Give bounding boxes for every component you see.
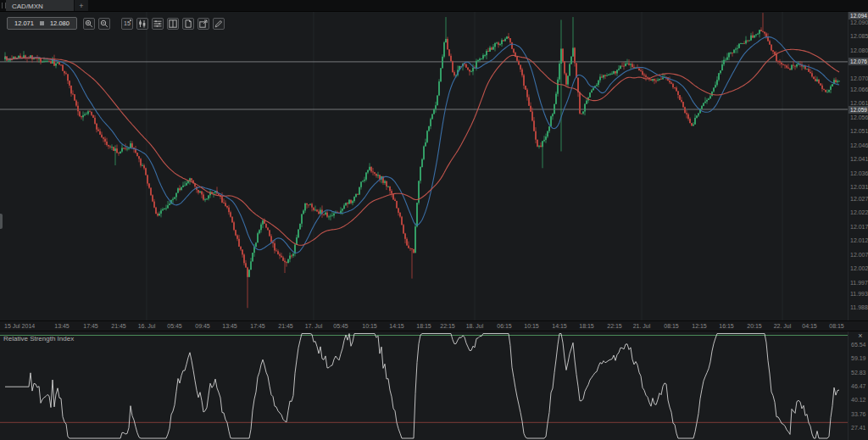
dropdown-caret-icon: [130, 19, 131, 21]
price-tick: 12.066: [850, 86, 868, 93]
time-tick: 10:15: [362, 323, 377, 329]
tab-bar: CAD/MXN +: [0, 0, 868, 12]
rsi-chart-canvas[interactable]: [0, 331, 848, 440]
time-tick: 22:15: [440, 323, 455, 329]
indicators-button[interactable]: [152, 18, 164, 30]
time-tick: 17:45: [250, 323, 265, 329]
price-axis[interactable]: 12.09012.08512.08012.07012.06612.06112.0…: [848, 11, 868, 320]
price-marker: 12.076: [849, 58, 868, 65]
zoom-in-icon: [85, 19, 93, 28]
time-tick: 18. Jul: [466, 323, 484, 329]
zoom-in-button[interactable]: [83, 18, 95, 30]
rsi-tick: 52.83: [851, 370, 866, 376]
time-tick: 17. Jul: [305, 323, 323, 329]
time-tick: 08:15: [829, 323, 844, 329]
time-tick: 15 Jul 2014: [4, 323, 35, 329]
rsi-panel-title: Relative Strength Index: [3, 335, 74, 343]
time-tick: 21:45: [278, 323, 293, 329]
indicators-sliders-icon: [153, 19, 162, 28]
time-tick: 18:15: [579, 323, 594, 329]
price-tick: 11.993: [850, 291, 868, 298]
price-tick: 12.036: [850, 170, 868, 177]
rsi-tick: 40.12: [851, 397, 866, 404]
time-tick: 16. Jul: [138, 323, 156, 329]
price-tick: 12.007: [850, 252, 868, 259]
chart-toolbar: 12.071 12.080 15: [7, 17, 228, 30]
snapshot-page-icon: [184, 19, 192, 28]
rsi-axis[interactable]: 65.5459.1952.8346.4740.1233.7627.41: [848, 331, 868, 440]
time-tick: 17:45: [83, 323, 98, 329]
rsi-tick: 59.19: [851, 355, 866, 362]
time-tick: 12:15: [692, 323, 707, 329]
price-tick: 12.017: [850, 224, 868, 231]
price-chart-canvas[interactable]: [0, 11, 848, 320]
time-tick: 05:45: [333, 323, 348, 329]
rsi-tick: 33.76: [851, 411, 866, 418]
trading-app-window: CAD/MXN + 12.071 12.080 15: [0, 0, 868, 440]
rsi-tick: 27.41: [851, 425, 866, 432]
price-tick: 12.002: [850, 265, 868, 272]
price-tick: 12.022: [850, 209, 868, 216]
time-tick: 16:15: [719, 323, 734, 329]
split-view-icon: [169, 19, 177, 28]
time-tick: 22:15: [607, 323, 622, 329]
price-tick: 12.012: [850, 237, 868, 244]
price-tick: 11.997: [850, 280, 868, 287]
rsi-tick: 65.54: [851, 342, 866, 348]
price-tick: 12.031: [850, 184, 868, 191]
price-tick: 12.080: [850, 47, 868, 54]
price-tick: 12.027: [850, 196, 868, 203]
new-tab-button[interactable]: +: [75, 0, 88, 11]
time-tick: 08:15: [664, 323, 679, 329]
price-tick: 12.056: [850, 114, 868, 121]
time-tick: 04:15: [802, 323, 817, 329]
split-view-button[interactable]: [167, 18, 179, 30]
sell-button[interactable]: 12.071: [12, 19, 36, 28]
time-tick: 09:45: [195, 323, 210, 329]
price-tick: 12.085: [850, 33, 868, 40]
time-axis[interactable]: 15 Jul 201413:4517:4521:4516. Jul05:4509…: [0, 320, 868, 331]
pencil-icon: [214, 19, 223, 28]
time-tick: 14:15: [552, 323, 567, 329]
time-tick: 21. Jul: [633, 323, 651, 329]
price-marker: 12.059: [849, 106, 868, 114]
price-tick: 11.988: [850, 304, 868, 311]
draw-button[interactable]: [213, 18, 225, 30]
tab-cadmxn[interactable]: CAD/MXN: [6, 0, 74, 11]
rsi-close-button[interactable]: ×: [855, 331, 865, 340]
rsi-tick: 46.47: [851, 383, 866, 390]
candlestick-icon: [138, 19, 147, 28]
price-marker: 12.094: [849, 12, 868, 19]
side-panel-handle[interactable]: [0, 214, 3, 229]
timeframe-label: 15: [124, 20, 131, 26]
time-tick: 13:45: [222, 323, 237, 329]
time-tick: 20:15: [747, 323, 762, 329]
time-tick: 22. Jul: [774, 323, 792, 329]
price-tick: 12.070: [850, 75, 868, 82]
price-tick: 12.090: [850, 19, 868, 26]
zoom-out-icon: [100, 19, 108, 28]
popout-icon: [199, 19, 208, 28]
time-tick: 13:45: [54, 323, 70, 329]
spread-indicator: [40, 21, 44, 25]
buy-button[interactable]: 12.080: [47, 19, 72, 28]
time-tick: 05:45: [167, 323, 182, 329]
time-tick: 14:15: [389, 323, 404, 329]
time-tick: 10:15: [524, 323, 539, 329]
zoom-out-button[interactable]: [98, 18, 110, 30]
price-tick: 12.051: [850, 128, 868, 135]
popout-button[interactable]: [198, 18, 209, 30]
price-tick: 12.041: [850, 156, 868, 163]
snapshot-button[interactable]: [182, 18, 194, 30]
chart-type-button[interactable]: [136, 18, 148, 30]
time-tick: 21:45: [111, 323, 126, 329]
time-tick: 18:15: [416, 323, 431, 329]
time-tick: 06:15: [497, 323, 512, 329]
quote-panel: 12.071 12.080: [7, 17, 77, 30]
price-tick: 12.046: [850, 142, 868, 149]
timeframe-button[interactable]: 15: [121, 18, 133, 30]
